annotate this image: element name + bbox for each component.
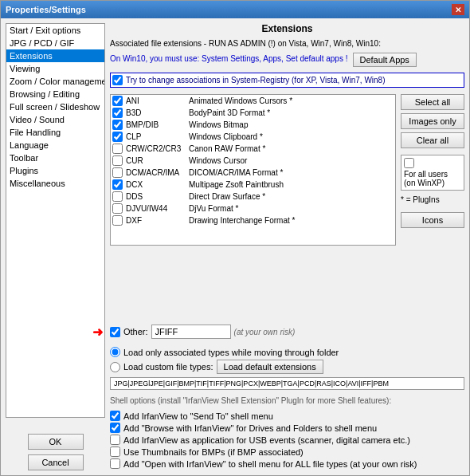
shell-checks: Add IrfanView to "Send To" shell menuAdd… [110, 411, 464, 470]
ext-checkbox[interactable] [112, 191, 123, 202]
for-all-users-checkbox[interactable] [404, 158, 414, 168]
ext-checkbox[interactable] [112, 215, 123, 226]
title-bar: Properties/Settings ✕ [1, 1, 469, 18]
main-window: Properties/Settings ✕ Start / Exit optio… [0, 0, 470, 476]
shell-check-row: Add "Browse with IrfanView" for Drives a… [110, 423, 464, 433]
registry-checkbox[interactable] [112, 75, 123, 85]
radio-associated[interactable] [110, 347, 120, 357]
nav-item[interactable]: Toolbar [6, 151, 104, 164]
shell-checkbox-label: Use Thumbnails for BMPs (if BMP associat… [123, 447, 304, 457]
shell-checkbox[interactable] [110, 458, 120, 469]
panel-title: Extensions [110, 23, 464, 34]
other-row: ➜ Other: (at your own risk) [110, 325, 464, 339]
ext-code: DCX [126, 180, 186, 189]
ext-buttons: Select all Images only Clear all For all… [401, 94, 464, 318]
extensions-area: ANIAnimated Windows Cursors *B3DBodyPain… [110, 94, 464, 318]
load-default-button[interactable]: Load default extensions [217, 360, 323, 374]
list-item[interactable]: CURWindows Cursor [111, 155, 395, 167]
shell-checkbox[interactable] [110, 446, 120, 457]
file-types-box: JPG|JPEGlJPE|GIF|BMP|TIF|TIFF|PNG|PCX|WE… [110, 377, 464, 390]
shell-checkbox[interactable] [110, 435, 120, 445]
content-area: Start / Exit optionsJPG / PCD / GIFExten… [1, 18, 469, 475]
radio-custom-label: Load custom file types: [123, 362, 213, 372]
icons-button[interactable]: Icons [401, 212, 464, 228]
ext-checkbox[interactable] [112, 108, 123, 118]
registry-label: Try to change associations in System-Reg… [126, 76, 386, 85]
list-item[interactable]: ANIAnimated Windows Cursors * [111, 95, 395, 107]
nav-item[interactable]: JPG / PCD / GIF [6, 37, 104, 49]
ext-checkbox[interactable] [112, 120, 123, 130]
default-apps-button[interactable]: Default Apps [353, 53, 417, 67]
ext-desc: Drawing Interchange Format * [189, 216, 295, 225]
ext-checkbox[interactable] [112, 167, 123, 178]
for-all-users-line1: For all users [404, 170, 461, 179]
shell-checkbox[interactable] [110, 411, 120, 421]
ext-desc: Canon RAW Format * [189, 144, 265, 153]
images-only-button[interactable]: Images only [401, 113, 464, 129]
list-item[interactable]: DCM/ACR/IMADICOM/ACR/IMA Format * [111, 167, 395, 179]
ext-code: CRW/CR2/CR3 [126, 144, 186, 153]
nav-item[interactable]: Extensions [6, 49, 104, 62]
list-item[interactable]: DDSDirect Draw Surface * [111, 191, 395, 203]
nav-item[interactable]: Start / Exit options [6, 24, 104, 37]
shell-checkbox-label: Add "Browse with IrfanView" for Drives a… [123, 423, 377, 433]
nav-item[interactable]: Language [6, 139, 104, 151]
list-item[interactable]: DJVU/IW44DjVu Format * [111, 203, 395, 214]
ext-desc: Multipage Zsoft Paintbrush [189, 180, 284, 189]
shell-checkbox-label: Add IrfanView as application for USB eve… [123, 435, 410, 445]
shell-check-row: Add IrfanView as application for USB eve… [110, 435, 464, 445]
nav-list: Start / Exit optionsJPG / PCD / GIFExten… [6, 23, 105, 418]
nav-item[interactable]: Video / Sound [6, 113, 104, 126]
ext-desc: BodyPaint 3D Format * [189, 108, 270, 117]
nav-item[interactable]: Zoom / Color management [6, 75, 104, 88]
left-buttons: OK Cancel [6, 434, 105, 470]
close-button[interactable]: ✕ [452, 4, 464, 15]
ok-button[interactable]: OK [28, 434, 84, 450]
ext-checkbox[interactable] [112, 179, 123, 190]
ext-checkbox[interactable] [112, 132, 123, 142]
other-label: Other: [123, 327, 148, 336]
list-item[interactable]: CLPWindows Clipboard * [111, 131, 395, 143]
risk-text: (at your own risk) [234, 328, 296, 336]
other-input[interactable] [151, 325, 231, 339]
nav-item[interactable]: Browsing / Editing [6, 88, 104, 100]
other-checkbox[interactable] [110, 327, 120, 337]
clear-all-button[interactable]: Clear all [401, 132, 464, 148]
ext-checkbox[interactable] [112, 96, 123, 106]
ext-code: B3D [126, 108, 186, 117]
list-item[interactable]: BMP/DIBWindows Bitmap [111, 119, 395, 131]
ext-checkbox[interactable] [112, 155, 123, 166]
select-all-button[interactable]: Select all [401, 94, 464, 110]
nav-item[interactable]: File Handling [6, 126, 104, 139]
ext-desc: Direct Draw Surface * [189, 192, 265, 201]
ext-code: DXF [126, 216, 186, 225]
nav-item[interactable]: Plugins [6, 164, 104, 177]
list-item[interactable]: DCXMultipage Zsoft Paintbrush [111, 179, 395, 191]
left-panel: Start / Exit optionsJPG / PCD / GIFExten… [6, 23, 105, 470]
radio-custom[interactable] [110, 362, 120, 372]
radio-associated-label: Load only associated types while moving … [123, 348, 339, 357]
ext-desc: Animated Windows Cursors * [189, 96, 292, 105]
default-apps-row: On Win10, you must use: System Settings,… [110, 53, 464, 67]
ext-code: DJVU/IW44 [126, 204, 186, 213]
ext-code: CUR [126, 156, 186, 165]
nav-item[interactable]: Viewing [6, 62, 104, 75]
ext-checkbox[interactable] [112, 203, 123, 214]
ext-code: CLP [126, 132, 186, 141]
ext-code: DDS [126, 192, 186, 201]
nav-item[interactable]: Full screen / Slideshow [6, 100, 104, 113]
ext-desc: Windows Cursor [189, 156, 247, 165]
ext-desc: Windows Bitmap [189, 120, 248, 129]
ext-desc: DjVu Format * [189, 204, 238, 213]
list-item[interactable]: B3DBodyPaint 3D Format * [111, 107, 395, 119]
list-item[interactable]: DXFDrawing Interchange Format * [111, 214, 395, 226]
ext-code: BMP/DIB [126, 120, 186, 129]
cancel-button[interactable]: Cancel [28, 454, 84, 470]
nav-item[interactable]: Miscellaneous [6, 177, 104, 190]
for-all-users-box: For all users (on WinXP) [401, 155, 464, 191]
ext-checkbox[interactable] [112, 144, 123, 154]
shell-checkbox[interactable] [110, 423, 120, 433]
shell-checkbox-label: Add "Open with IrfanView" to shell menu … [123, 459, 417, 469]
for-all-users-line2: (on WinXP) [404, 179, 461, 187]
list-item[interactable]: CRW/CR2/CR3Canon RAW Format * [111, 143, 395, 155]
